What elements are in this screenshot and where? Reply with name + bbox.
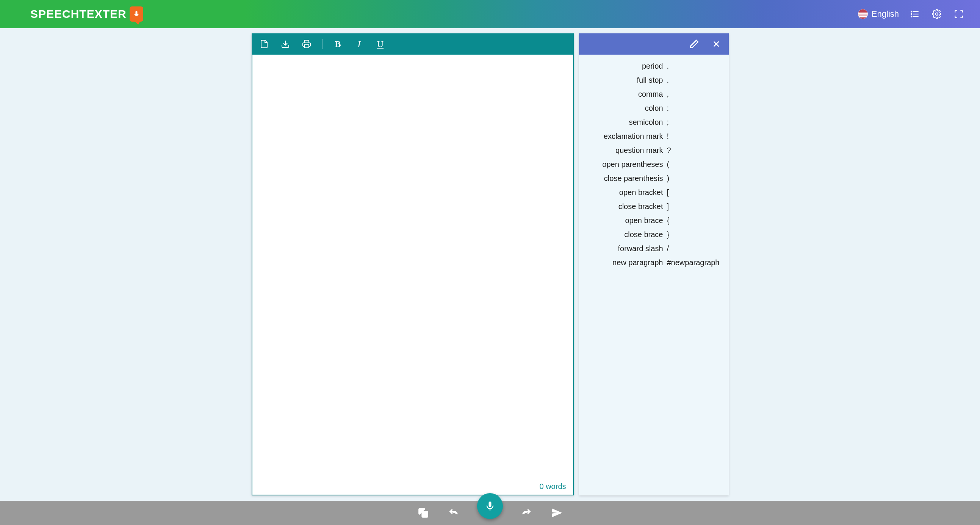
- header-controls: English: [858, 8, 965, 20]
- command-symbol: ): [666, 174, 724, 183]
- record-button[interactable]: [477, 493, 503, 519]
- command-name: open bracket: [584, 188, 663, 197]
- command-name: comma: [584, 90, 663, 99]
- command-symbol: :: [666, 104, 724, 113]
- command-name: full stop: [584, 76, 663, 85]
- command-name: close parenthesis: [584, 174, 663, 183]
- svg-point-5: [911, 16, 912, 17]
- command-row[interactable]: close brace}: [584, 228, 724, 242]
- edit-commands-button[interactable]: [689, 38, 700, 50]
- command-row[interactable]: open brace{: [584, 214, 724, 228]
- underline-button[interactable]: U: [375, 38, 386, 50]
- svg-rect-8: [304, 45, 309, 48]
- command-row[interactable]: close parenthesis): [584, 171, 724, 185]
- command-name: open parentheses: [584, 160, 663, 169]
- editor-toolbar: B I U: [251, 34, 574, 54]
- command-row[interactable]: full stop.: [584, 73, 724, 87]
- command-name: new paragraph: [584, 259, 663, 267]
- main-area: B I U 0 words period.full stop.comma,col…: [0, 28, 980, 501]
- command-symbol: .: [666, 76, 724, 85]
- editor-textarea[interactable]: 0 words: [251, 54, 574, 495]
- settings-button[interactable]: [931, 8, 943, 20]
- command-name: exclamation mark: [584, 132, 663, 141]
- command-symbol: /: [666, 244, 724, 253]
- logo-mic-icon: [130, 6, 143, 22]
- close-commands-button[interactable]: [711, 38, 722, 50]
- command-row[interactable]: forward slash/: [584, 242, 724, 256]
- print-button[interactable]: [301, 38, 312, 50]
- logo[interactable]: SPEECHTEXTER: [30, 6, 143, 22]
- commands-toolbar: [579, 34, 729, 54]
- command-symbol: (: [666, 160, 724, 169]
- fullscreen-button[interactable]: [953, 8, 965, 20]
- command-row[interactable]: new paragraph#newparagraph: [584, 256, 724, 270]
- language-selector[interactable]: English: [858, 9, 899, 19]
- command-symbol: #newparagraph: [666, 259, 724, 267]
- command-name: open brace: [584, 216, 663, 225]
- new-document-button[interactable]: [258, 38, 270, 50]
- svg-point-3: [911, 11, 912, 12]
- copy-button[interactable]: [417, 506, 430, 520]
- redo-button[interactable]: [520, 506, 533, 520]
- download-button[interactable]: [280, 38, 291, 50]
- command-row[interactable]: close bracket]: [584, 199, 724, 214]
- command-symbol: !: [666, 132, 724, 141]
- commands-panel: period.full stop.comma,colon:semicolon;e…: [579, 34, 729, 495]
- command-symbol: .: [666, 62, 724, 70]
- toolbar-separator: [322, 39, 323, 49]
- flag-us-icon: [858, 9, 868, 19]
- svg-point-6: [935, 13, 938, 16]
- command-row[interactable]: open bracket[: [584, 185, 724, 199]
- command-name: semicolon: [584, 118, 663, 127]
- command-row[interactable]: question mark?: [584, 144, 724, 158]
- send-button[interactable]: [550, 506, 563, 520]
- command-name: forward slash: [584, 244, 663, 253]
- app-header: SPEECHTEXTER English: [0, 0, 980, 28]
- svg-point-4: [911, 14, 912, 14]
- command-name: close bracket: [584, 202, 663, 211]
- language-label: English: [872, 9, 899, 19]
- command-row[interactable]: period.: [584, 59, 724, 73]
- command-symbol: {: [666, 216, 724, 225]
- command-symbol: ;: [666, 118, 724, 127]
- commands-list[interactable]: period.full stop.comma,colon:semicolon;e…: [579, 54, 729, 495]
- command-name: question mark: [584, 146, 663, 155]
- logo-text: SPEECHTEXTER: [30, 8, 127, 21]
- command-row[interactable]: exclamation mark!: [584, 129, 724, 144]
- command-symbol: [: [666, 188, 724, 197]
- italic-button[interactable]: I: [353, 38, 365, 50]
- command-name: period: [584, 62, 663, 70]
- command-row[interactable]: comma,: [584, 87, 724, 101]
- command-symbol: }: [666, 230, 724, 239]
- svg-rect-11: [422, 512, 428, 517]
- editor-panel: B I U 0 words: [251, 34, 574, 495]
- command-name: colon: [584, 104, 663, 113]
- command-symbol: ]: [666, 202, 724, 211]
- word-count: 0 words: [539, 482, 566, 491]
- command-name: close brace: [584, 230, 663, 239]
- commands-list-toggle[interactable]: [909, 8, 921, 20]
- command-row[interactable]: semicolon;: [584, 115, 724, 129]
- undo-button[interactable]: [447, 506, 460, 520]
- bottom-toolbar: [0, 501, 980, 525]
- command-symbol: ?: [666, 146, 724, 155]
- command-row[interactable]: colon:: [584, 101, 724, 115]
- command-row[interactable]: open parentheses(: [584, 158, 724, 171]
- bold-button[interactable]: B: [332, 38, 344, 50]
- command-symbol: ,: [666, 90, 724, 99]
